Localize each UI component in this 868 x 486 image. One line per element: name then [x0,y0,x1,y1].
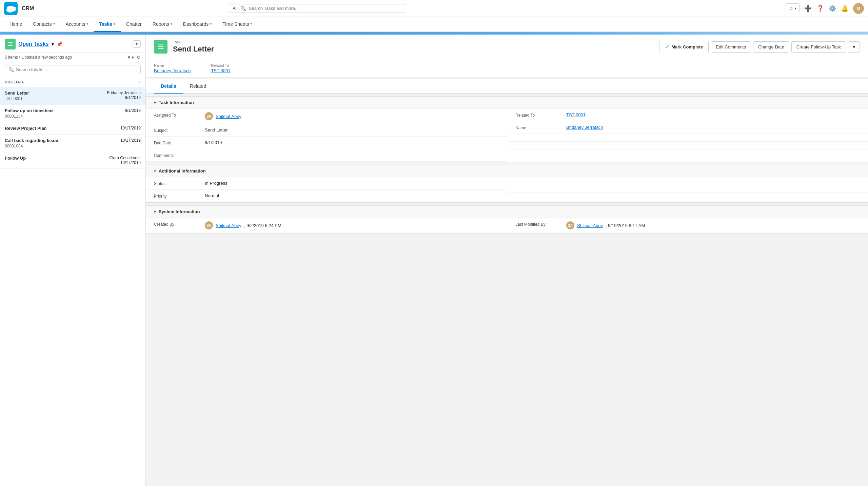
add-empty-1 [507,177,868,185]
mark-complete-label: Mark Complete [671,44,703,49]
task-info-collapse-icon: ▾ [154,100,156,105]
nav-label-home: Home [9,21,22,27]
nav-item-accounts[interactable]: Accounts ▾ [60,17,94,32]
nav-item-timesheets[interactable]: Time Sheets ▾ [217,17,257,32]
system-information-title: System Information [159,209,200,214]
additional-info-left: Status In Progress ✏️ Priority Normal ✏️ [146,177,507,202]
favorites-button[interactable]: ☆ ▾ [786,3,800,13]
edit-comments-button[interactable]: Edit Comments [711,41,751,53]
detail-panel: Task Send Letter ✓ Mark Complete Edit Co… [146,35,868,486]
sidebar-collapse-button[interactable]: ▾ [133,40,141,48]
nav-item-tasks[interactable]: Tasks ▾ [94,17,121,32]
nav-item-chatter[interactable]: Chatter [121,17,147,32]
sidebar-subtitle: 5 items • Updated a few seconds ago ≡ ▾ … [0,53,145,62]
sidebar-search-input[interactable] [16,67,137,72]
chevron-down-icon: ▾ [795,6,796,10]
search-input[interactable] [249,6,402,11]
related-to-field-link[interactable]: TST-0001 [566,112,586,117]
due-date-value: 9/1/2019 [205,140,499,145]
system-info-right: Last Modified By SA Shilmat Abey, 9/19/2… [507,218,868,233]
created-by-value: SA Shilmat Abey, 9/2/2019 6:24 PM [205,221,499,229]
search-scope-button[interactable]: All [233,6,237,11]
top-actions: ☆ ▾ ➕ ❓ ⚙️ 🔔 U [786,3,864,14]
name-right-row: Name Brittaney Jerratsch ✏️ [507,121,868,134]
tab-details[interactable]: Details [154,79,183,94]
sort-ascending-icon[interactable]: ↑ [139,80,141,84]
mark-complete-button[interactable]: ✓ Mark Complete [659,41,709,53]
name-right-link[interactable]: Brittaney Jerratsch [566,125,603,130]
assigned-to-avatar: SA [205,112,213,120]
nav-item-contacts[interactable]: Contacts ▾ [27,17,60,32]
sidebar-pin-button[interactable]: 📌 [57,41,62,47]
notifications-button[interactable]: 🔔 [841,5,848,12]
assigned-to-link[interactable]: Shilmat Abey [216,114,241,119]
task-item[interactable]: Call back regarding Issue 00001084 10/17… [0,135,145,152]
detail-actions: ✓ Mark Complete Edit Comments Change Dat… [659,41,860,53]
task-information-header[interactable]: ▾ Task Information [146,97,868,109]
tabs-bar: Details Related [146,79,868,94]
task-item-sub: TST-0001 [5,96,29,101]
nav-item-reports[interactable]: Reports ▾ [147,17,178,32]
subject-label: Subject [154,127,205,133]
nav-item-home[interactable]: Home [4,17,27,32]
detail-title: Send Letter [173,45,654,54]
task-item-name: Send Letter [5,90,29,96]
task-item-name: Follow Up [5,156,26,161]
task-item-date: 10/17/2019 [109,160,141,165]
top-search-bar: All 🔍 [229,4,405,13]
task-list: Send Letter TST-0001 Brittaney Jerratsch… [0,87,145,486]
detail-title-area: Task Send Letter [173,40,654,54]
user-avatar[interactable]: U [853,3,864,14]
tasks-chevron: ▾ [114,22,115,26]
additional-information-section: ▾ Additional Information Status In Progr… [146,165,868,203]
salesforce-logo[interactable] [4,2,18,15]
task-item[interactable]: Follow Up Clara Constituent 10/17/2019 [0,152,145,169]
nav-item-dashboards[interactable]: Dashboards ▾ [178,17,217,32]
more-actions-button[interactable]: ▼ [848,41,860,53]
task-item-name: Review Project Plan [5,126,47,131]
task-item[interactable]: Send Letter TST-0001 Brittaney Jerratsch… [0,87,145,105]
additional-information-header[interactable]: ▾ Additional Information [146,165,868,177]
sidebar-title[interactable]: Open Tasks [18,41,49,47]
more-icon: ▼ [852,44,856,49]
tab-related[interactable]: Related [183,79,213,94]
detail-breadcrumb: Task [173,40,654,44]
modified-by-link[interactable]: Shilmat Abey [577,223,603,228]
modified-by-date: , 9/19/2019 8:17 AM [606,223,645,228]
additional-info-right [507,177,868,202]
empty-right-1 [507,134,868,142]
task-item-name: Call back regarding Issue [5,138,58,143]
task-item[interactable]: Follow up on timesheet 00001134 9/1/2019 [0,105,145,122]
task-item[interactable]: Review Project Plan 10/17/2019 [0,122,145,135]
created-by-label: Created By [154,221,205,227]
nav-bar: Home Contacts ▾ Accounts ▾ Tasks ▾ Chatt… [0,17,868,32]
task-item-date: 9/1/2019 [107,95,141,100]
related-to-value[interactable]: TST-0001 [211,68,230,73]
contacts-chevron: ▾ [53,22,55,26]
status-value: In Progress [205,181,499,186]
sidebar-dropdown-button[interactable]: ▾ [52,41,54,47]
created-by-avatar: SA [205,221,213,229]
nav-label-contacts: Contacts [33,21,52,27]
additional-information-content: Status In Progress ✏️ Priority Normal ✏️ [146,177,868,202]
sidebar-refresh-button[interactable]: ↻ [137,55,141,60]
help-button[interactable]: ❓ [816,5,824,12]
sidebar-view-toggle[interactable]: ≡ ▾ [127,55,134,60]
create-followup-label: Create Follow-Up Task [796,44,841,49]
create-followup-button[interactable]: Create Follow-Up Task [791,41,846,53]
created-by-link[interactable]: Shilmat Abey [216,223,241,228]
app-name: CRM [22,5,34,12]
settings-button[interactable]: ⚙️ [829,5,836,12]
checkmark-icon: ✓ [665,44,669,50]
task-info-right: Related To TST-0001 ✏️ Name Brittaney Je… [507,109,868,162]
change-date-button[interactable]: Change Date [753,41,789,53]
add-button[interactable]: ➕ [804,5,812,12]
additional-info-collapse-icon: ▾ [154,169,156,174]
assigned-to-row: Assigned To SA Shilmat Abey ✏️ [146,109,507,124]
sidebar-controls: ▾ [133,40,141,48]
system-information-header[interactable]: ▾ System Information [146,206,868,218]
created-by-date: , 9/2/2019 6:24 PM [244,223,281,228]
name-field-value[interactable]: Brittaney Jerratsch [154,68,191,73]
change-date-label: Change Date [758,44,784,49]
task-item-date: 9/1/2019 [125,108,141,113]
